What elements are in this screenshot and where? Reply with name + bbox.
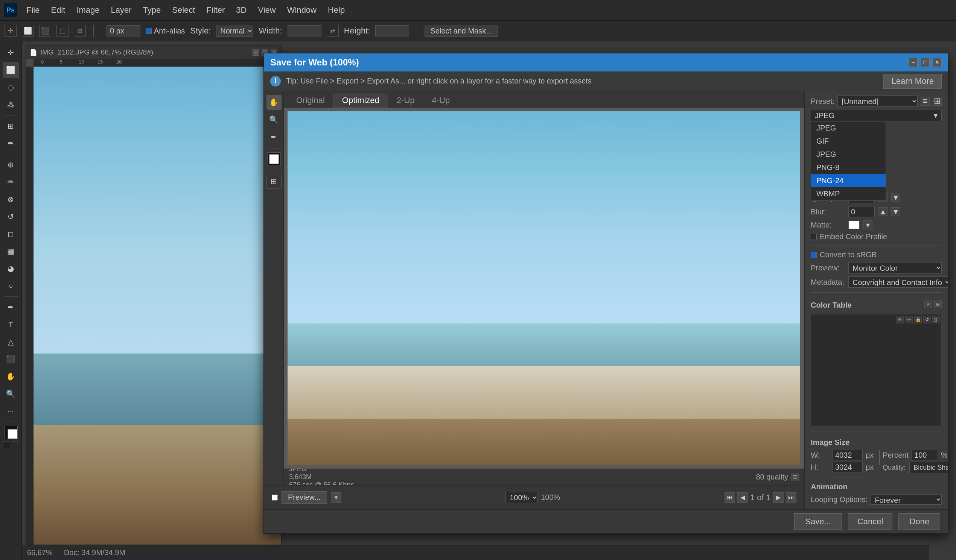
antialias-check[interactable]: Anti-alias	[146, 27, 185, 35]
background-color[interactable]	[8, 429, 17, 439]
blur-stepper-down[interactable]: ▼	[891, 207, 900, 216]
doc-minimize[interactable]: −	[253, 49, 259, 56]
style-select[interactable]: Normal	[216, 25, 253, 37]
tool-lasso[interactable]: ◌	[3, 79, 19, 96]
sfw-minimize[interactable]: −	[909, 58, 918, 67]
ct-btn2[interactable]: ✏	[905, 316, 913, 323]
cancel-button[interactable]: Cancel	[848, 513, 892, 530]
menu-view[interactable]: View	[253, 4, 281, 17]
preset-menu-btn[interactable]: ≡	[921, 97, 930, 106]
tool-shape[interactable]: ⬛	[3, 351, 19, 367]
quality-interp-select[interactable]: Bicubic Sharper	[909, 462, 948, 473]
sfw-tool-preview-toggle[interactable]: ⊞	[266, 174, 281, 189]
tool-text[interactable]: T	[3, 316, 19, 333]
format-option-wbmp[interactable]: WBMP	[811, 187, 885, 201]
metadata-select[interactable]: Copyright and Contact Info	[848, 276, 948, 288]
width-size-input[interactable]	[833, 450, 863, 460]
tool-blur[interactable]: ◕	[3, 260, 19, 277]
format-option-png24[interactable]: PNG-24	[811, 174, 885, 187]
width-input[interactable]	[288, 25, 321, 36]
quick-mask-btn[interactable]	[3, 442, 10, 449]
embed-profile-checkbox[interactable]	[811, 234, 817, 240]
tool-zoom[interactable]: 🔍	[3, 386, 19, 402]
sfw-tool-zoom[interactable]: 🔍	[266, 112, 281, 127]
sfw-tool-hand[interactable]: ✋	[266, 95, 281, 110]
antialias-checkbox[interactable]	[146, 28, 152, 34]
chain-proportional-icon[interactable]	[879, 450, 880, 465]
matte-swatch[interactable]	[848, 221, 860, 229]
tool-clone[interactable]: ⊗	[3, 191, 19, 208]
looping-select[interactable]: Forever	[871, 494, 942, 505]
format-select-btn[interactable]: JPEG ▾	[811, 110, 942, 121]
tool-more[interactable]: ···	[3, 403, 19, 419]
menu-3d[interactable]: 3D	[231, 4, 252, 17]
preset-select[interactable]: [Unnamed]	[837, 96, 918, 107]
tool-marquee4-icon[interactable]: ⊕	[74, 25, 86, 37]
ct-btn1[interactable]: ⊕	[896, 316, 904, 323]
tool-marquee-icon[interactable]: ⬜	[22, 25, 34, 37]
tool-marquee2-icon[interactable]: ⬛	[39, 25, 51, 37]
menu-type[interactable]: Type	[138, 4, 167, 17]
zoom-select[interactable]: 100%	[505, 492, 538, 503]
ct-btn3[interactable]: 🔒	[914, 316, 922, 323]
tool-eraser[interactable]: ◻	[3, 226, 19, 242]
info-menu-btn[interactable]: ≡	[791, 474, 799, 481]
quality-stepper-down[interactable]: ▼	[891, 193, 900, 202]
sfw-color-swatch[interactable]	[267, 152, 281, 166]
tab-2up[interactable]: 2-Up	[388, 93, 423, 108]
save-button[interactable]: Save...	[794, 513, 841, 530]
feather-input[interactable]	[107, 25, 140, 36]
last-page-btn[interactable]: ⏭	[786, 492, 796, 503]
standard-mode-btn[interactable]	[12, 442, 19, 449]
blur-input[interactable]	[848, 206, 875, 217]
menu-filter[interactable]: Filter	[201, 4, 230, 17]
tool-eyedropper[interactable]: ✒	[3, 135, 19, 152]
tool-pen[interactable]: ✒	[3, 299, 19, 315]
tool-gradient[interactable]: ▦	[3, 243, 19, 259]
tool-move[interactable]: ✛	[3, 44, 19, 61]
matte-dropdown[interactable]: ▾	[863, 220, 873, 229]
preview-select[interactable]: Monitor Color	[848, 262, 942, 273]
tool-magic-wand[interactable]: ⁂	[3, 96, 19, 113]
tab-optimized[interactable]: Optimized	[333, 93, 388, 108]
menu-image[interactable]: Image	[71, 4, 105, 17]
tool-hand[interactable]: ✋	[3, 368, 19, 385]
tool-marquee3-icon[interactable]: ⬚	[57, 25, 69, 37]
tool-crop[interactable]: ⊞	[3, 118, 19, 134]
preview-toggle-check[interactable]	[272, 494, 278, 500]
next-page-btn[interactable]: ▶	[773, 492, 784, 503]
format-option-png8[interactable]: PNG-8	[811, 161, 885, 174]
tool-brush[interactable]: ✏	[3, 174, 19, 190]
menu-window[interactable]: Window	[282, 4, 322, 17]
sfw-close[interactable]: ×	[932, 58, 942, 67]
format-option-gif[interactable]: GIF	[811, 135, 885, 148]
tool-history[interactable]: ↺	[3, 209, 19, 225]
learn-more-button[interactable]: Learn More	[884, 74, 942, 89]
ct-btn5[interactable]: 🗑	[932, 316, 940, 323]
first-page-btn[interactable]: ⏮	[725, 492, 735, 503]
ct-btn4[interactable]: ↺	[923, 316, 931, 323]
done-button[interactable]: Done	[898, 513, 940, 530]
tab-original[interactable]: Original	[288, 93, 333, 108]
swap-icon[interactable]: ⇄	[327, 25, 339, 37]
preset-options-btn[interactable]: ⊞	[932, 97, 942, 106]
color-table-menu-btn[interactable]: ≡	[925, 301, 932, 308]
menu-file[interactable]: File	[21, 4, 45, 17]
tool-dodge[interactable]: ○	[3, 278, 19, 294]
tool-marquee[interactable]: ⬜	[3, 62, 19, 78]
preview-button[interactable]: Preview...	[281, 491, 327, 504]
sfw-maximize[interactable]: □	[921, 58, 930, 67]
foreground-color[interactable]	[4, 426, 18, 439]
convert-srgb-checkbox[interactable]	[811, 252, 817, 258]
tab-4up[interactable]: 4-Up	[423, 93, 459, 108]
tool-healing[interactable]: ⊕	[3, 157, 19, 173]
format-option-jpeg1[interactable]: JPEG	[811, 121, 885, 135]
preview-dropdown-btn[interactable]: ▾	[331, 492, 341, 503]
menu-edit[interactable]: Edit	[46, 4, 71, 17]
sfw-canvas[interactable]	[284, 108, 804, 469]
height-size-input[interactable]	[833, 462, 863, 472]
blur-stepper-up[interactable]: ▲	[879, 207, 887, 216]
format-option-jpeg2[interactable]: JPEG	[811, 148, 885, 161]
menu-layer[interactable]: Layer	[106, 4, 137, 17]
menu-help[interactable]: Help	[322, 4, 350, 17]
